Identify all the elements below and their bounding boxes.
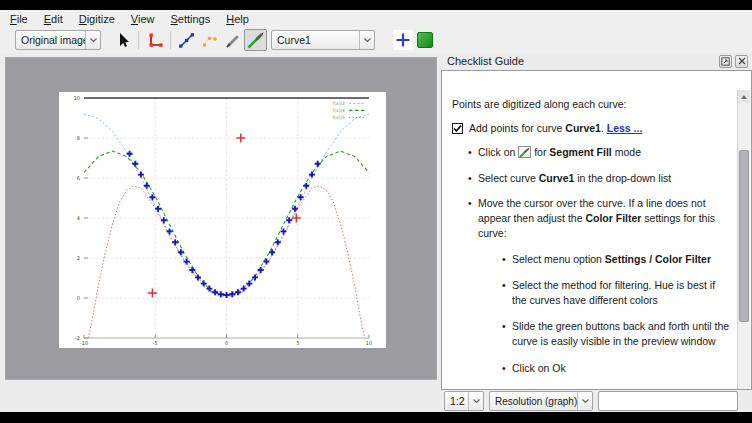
axes-icon [145, 31, 164, 50]
chevron-down-icon[interactable] [468, 392, 483, 410]
checklist-title: Checklist Guide [447, 55, 524, 67]
axis-point-tool-button[interactable] [143, 29, 166, 51]
toolbar-handle [381, 31, 387, 49]
segment-fill-mini-icon [518, 146, 531, 158]
step-move-cursor: Move the cursor over the curve. If a lin… [468, 196, 730, 376]
curve-selector-value: Curve1 [272, 34, 359, 46]
point-match-tool-button[interactable] [198, 29, 221, 51]
menu-edit[interactable]: Edit [36, 12, 71, 26]
svg-text:4: 4 [77, 215, 80, 221]
menubar: File Edit Digitize View Settings Help [0, 10, 752, 27]
svg-text:0: 0 [77, 295, 80, 301]
top-black-bar [0, 0, 752, 10]
svg-text:-5: -5 [153, 340, 158, 346]
substep-menu-option: Select menu option Settings / Color Filt… [502, 252, 730, 267]
check-icon [453, 124, 462, 133]
menu-help[interactable]: Help [218, 12, 257, 26]
close-icon [738, 57, 746, 65]
less-link[interactable]: Less ... [607, 122, 643, 134]
substep-click-ok: Click on Ok [502, 361, 730, 376]
menu-view[interactable]: View [123, 12, 163, 26]
step-select-curve: Select curve Curve1 in the drop-down lis… [468, 171, 730, 186]
image-selector-combobox[interactable]: Original image [15, 30, 101, 50]
curve-point-tool-button[interactable] [175, 29, 198, 51]
step-segment-fill-mode: Click on for Segment Fill mode [468, 145, 730, 160]
color-picker-tool-button[interactable] [221, 29, 244, 51]
chevron-down-icon[interactable] [85, 31, 100, 49]
substep-filter-method: Select the method for filtering. Hue is … [502, 278, 730, 308]
scroll-up-button[interactable] [738, 90, 750, 103]
app-window: File Edit Digitize View Settings Help Or… [0, 0, 752, 423]
graph-plot[interactable]: 1086420-2-10-50510f(x)/2f(x)/4f(x)/5 [59, 92, 386, 348]
svg-text:8: 8 [77, 135, 80, 141]
svg-text:0: 0 [225, 340, 228, 346]
segment-fill-tool-button[interactable] [244, 29, 267, 51]
segment-fill-icon [246, 31, 265, 50]
menu-file[interactable]: File [2, 12, 36, 26]
float-icon [721, 57, 730, 66]
resolution-value: Resolution (graph): [490, 396, 577, 407]
digitizing-canvas[interactable]: 1086420-2-10-50510f(x)/2f(x)/4f(x)/5 [5, 57, 437, 380]
toolbar-handle [103, 31, 109, 49]
checklist-scrollbar[interactable] [737, 90, 750, 390]
checklist-steps: Click on for Segment Fill mode Select cu… [468, 145, 730, 390]
checklist-intro: Points are digitized along each curve: [452, 97, 730, 112]
svg-text:f(x)/4: f(x)/4 [333, 108, 345, 113]
checklist-titlebar[interactable]: Checklist Guide [441, 52, 752, 70]
scrollbar-thumb[interactable] [739, 150, 749, 322]
svg-text:-10: -10 [80, 340, 88, 346]
svg-text:10: 10 [74, 95, 80, 101]
zoom-value: 1:2 [445, 395, 468, 407]
float-panel-button[interactable] [719, 55, 732, 68]
toolbar-handle [7, 31, 13, 49]
checklist-item-add-points: Add points for curve Curve1. Less ... [452, 121, 730, 136]
statusbar: 1:2 Resolution (graph): [0, 390, 752, 412]
pointer-icon [114, 31, 132, 49]
substep-slide-buttons: Slide the green buttons back and forth u… [502, 319, 730, 349]
close-panel-button[interactable] [735, 55, 748, 68]
svg-text:f(x)/2: f(x)/2 [333, 101, 345, 106]
resolution-combobox[interactable]: Resolution (graph): [489, 391, 593, 411]
color-picker-icon [223, 31, 242, 50]
chevron-down-icon[interactable] [577, 392, 592, 410]
checklist-content: Points are digitized along each curve: A… [441, 70, 752, 390]
menu-settings[interactable]: Settings [162, 12, 218, 26]
svg-text:5: 5 [296, 340, 299, 346]
triangle-up-icon [741, 95, 747, 99]
graph-image[interactable]: 1086420-2-10-50510f(x)/2f(x)/4f(x)/5 [59, 92, 386, 348]
coordinates-input[interactable] [598, 391, 738, 411]
svg-text:6: 6 [77, 175, 80, 181]
checklist-substeps: Select menu option Settings / Color Filt… [502, 252, 730, 376]
filter-color-indicator [417, 32, 433, 48]
menu-digitize[interactable]: Digitize [71, 12, 123, 26]
select-tool-button[interactable] [111, 29, 134, 51]
curve-selector-combobox[interactable]: Curve1 [271, 30, 375, 50]
zoom-combobox[interactable]: 1:2 [444, 391, 484, 411]
curve-points-icon [177, 31, 196, 50]
svg-text:2: 2 [77, 255, 80, 261]
svg-text:10: 10 [366, 340, 372, 346]
bottom-black-bar [0, 412, 752, 423]
add-points-checkbox[interactable] [452, 123, 463, 134]
toolbar: Original image [0, 27, 752, 53]
plus-icon [395, 32, 411, 48]
point-style-indicator [393, 30, 413, 50]
chevron-down-icon[interactable] [359, 31, 374, 49]
image-selector-value: Original image [16, 34, 85, 46]
point-match-icon [200, 31, 219, 50]
svg-text:f(x)/5: f(x)/5 [333, 115, 345, 120]
checklist-guide-panel: Checklist Guide Points are digitized alo… [441, 52, 752, 390]
